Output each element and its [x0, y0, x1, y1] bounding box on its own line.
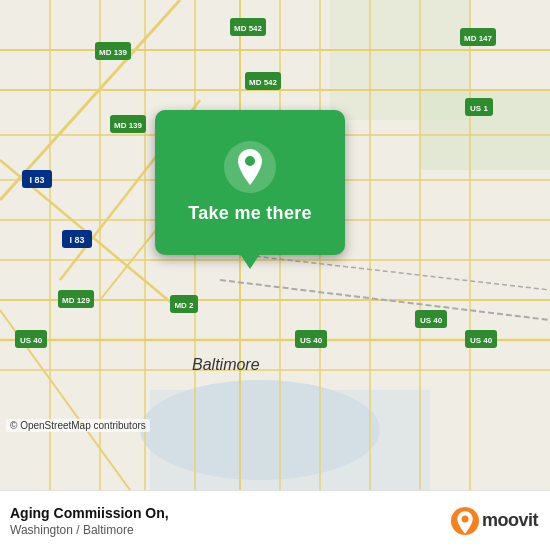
moovit-logo[interactable]: moovit: [451, 507, 538, 535]
svg-point-62: [461, 515, 468, 522]
svg-text:I 83: I 83: [69, 235, 84, 245]
svg-text:MD 139: MD 139: [99, 48, 128, 57]
svg-text:MD 147: MD 147: [464, 34, 493, 43]
location-pin-icon: [234, 149, 266, 185]
svg-text:US 40: US 40: [470, 336, 493, 345]
svg-text:US 40: US 40: [420, 316, 443, 325]
svg-text:MD 129: MD 129: [62, 296, 91, 305]
svg-text:MD 139: MD 139: [114, 121, 143, 130]
svg-text:Baltimore: Baltimore: [192, 356, 260, 373]
svg-text:MD 542: MD 542: [234, 24, 263, 33]
moovit-brand-text: moovit: [482, 510, 538, 531]
location-info: Aging Commiission On, Washington / Balti…: [10, 505, 169, 537]
map-container: I 83 I 83 MD 139 MD 139 MD 542 MD 542 MD…: [0, 0, 550, 490]
svg-text:MD 2: MD 2: [174, 301, 194, 310]
svg-text:MD 542: MD 542: [249, 78, 278, 87]
svg-point-60: [245, 156, 255, 166]
location-icon-wrapper: [224, 141, 276, 193]
moovit-brand-icon: [451, 507, 479, 535]
svg-text:US 40: US 40: [20, 336, 43, 345]
popup-card[interactable]: Take me there: [155, 110, 345, 255]
bottom-bar: Aging Commiission On, Washington / Balti…: [0, 490, 550, 550]
svg-text:I 83: I 83: [29, 175, 44, 185]
take-me-there-button[interactable]: Take me there: [188, 203, 312, 224]
location-name: Aging Commiission On,: [10, 505, 169, 521]
osm-attribution: © OpenStreetMap contributors: [6, 419, 150, 432]
svg-text:US 1: US 1: [470, 104, 488, 113]
location-region: Washington / Baltimore: [10, 523, 169, 537]
svg-text:US 40: US 40: [300, 336, 323, 345]
